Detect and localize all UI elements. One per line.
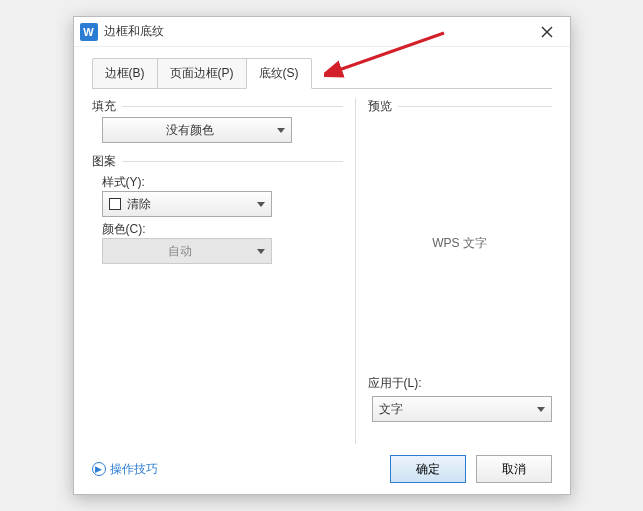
chevron-down-icon <box>257 202 265 207</box>
chevron-down-icon <box>537 407 545 412</box>
close-icon <box>541 26 553 38</box>
ok-label: 确定 <box>416 461 440 478</box>
cancel-button[interactable]: 取消 <box>476 455 552 483</box>
right-column: 预览 WPS 文字 应用于(L): 文字 <box>368 98 552 444</box>
footer: ▶ 操作技巧 确定 取消 <box>74 444 570 494</box>
tab-shading-label: 底纹(S) <box>259 66 299 80</box>
tab-shading[interactable]: 底纹(S) <box>246 58 312 89</box>
tab-border-label: 边框(B) <box>105 66 145 80</box>
ok-button[interactable]: 确定 <box>390 455 466 483</box>
tips-link[interactable]: ▶ 操作技巧 <box>92 461 380 478</box>
pattern-color-value: 自动 <box>109 243 251 260</box>
close-button[interactable] <box>530 19 564 45</box>
app-icon: W <box>80 23 98 41</box>
fill-color-combo[interactable]: 没有颜色 <box>102 117 292 143</box>
tab-page-border[interactable]: 页面边框(P) <box>157 58 247 88</box>
applyto-label: 应用于(L): <box>368 375 552 392</box>
fill-color-value: 没有颜色 <box>109 122 271 139</box>
left-column: 填充 没有颜色 图案 样式(Y): 清除 颜色(C): <box>92 98 343 444</box>
applyto-combo[interactable]: 文字 <box>372 396 552 422</box>
applyto-value: 文字 <box>379 401 531 418</box>
titlebar: W 边框和底纹 <box>74 17 570 47</box>
preview-area: WPS 文字 <box>368 117 552 369</box>
tips-label: 操作技巧 <box>110 461 158 478</box>
tab-border[interactable]: 边框(B) <box>92 58 158 88</box>
tips-icon: ▶ <box>92 462 106 476</box>
style-label: 样式(Y): <box>102 174 343 191</box>
pattern-style-value: 清除 <box>127 196 251 213</box>
dialog-borders-shading: W 边框和底纹 边框(B) 页面边框(P) 底纹(S) 填充 没有颜色 <box>73 16 571 495</box>
preview-text: WPS 文字 <box>432 235 487 252</box>
pattern-swatch-icon <box>109 198 121 210</box>
content-area: 边框(B) 页面边框(P) 底纹(S) 填充 没有颜色 图案 样式(Y): <box>74 47 570 444</box>
pattern-style-combo[interactable]: 清除 <box>102 191 272 217</box>
shading-panel: 填充 没有颜色 图案 样式(Y): 清除 颜色(C): <box>92 88 552 444</box>
cancel-label: 取消 <box>502 461 526 478</box>
chevron-down-icon <box>257 249 265 254</box>
dialog-title: 边框和底纹 <box>104 23 530 40</box>
pattern-section-label: 图案 <box>92 153 343 170</box>
preview-section-label: 预览 <box>368 98 552 115</box>
tabstrip: 边框(B) 页面边框(P) 底纹(S) <box>92 58 552 89</box>
chevron-down-icon <box>277 128 285 133</box>
tab-page-border-label: 页面边框(P) <box>170 66 234 80</box>
fill-section-label: 填充 <box>92 98 343 115</box>
color-label: 颜色(C): <box>102 221 343 238</box>
vertical-divider <box>355 98 356 444</box>
pattern-color-combo: 自动 <box>102 238 272 264</box>
